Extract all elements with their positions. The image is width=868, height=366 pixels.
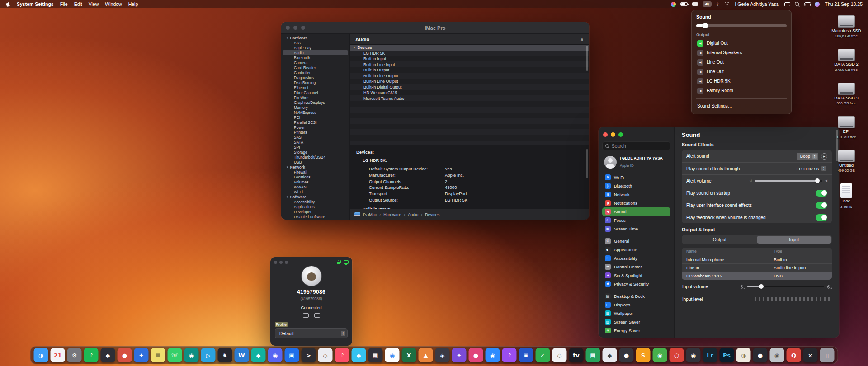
desktop-icon[interactable]: Untitled 499,62 GB — [827, 150, 865, 173]
dock-calendar[interactable]: 21 — [51, 348, 65, 362]
dock-app-27[interactable]: ● — [469, 348, 483, 362]
dock-discord[interactable]: ◉ — [268, 348, 283, 362]
sysinfo-sidebar-item[interactable]: ATA — [281, 40, 349, 45]
sysinfo-sidebar-item[interactable]: Ethernet — [281, 85, 349, 90]
output-device-item[interactable]: Line Out — [696, 57, 787, 67]
desktop-icon[interactable]: DATA SSD 3 330 GB free — [827, 83, 865, 105]
sysinfo-sidebar-item[interactable]: Bluetooth — [281, 55, 349, 60]
dock-app-32[interactable]: ◇ — [552, 348, 567, 362]
search-icon[interactable] — [795, 2, 800, 7]
settings-sidebar-item[interactable]: ≋ Wi-Fi — [602, 173, 670, 182]
menubar-menu-item[interactable]: Window — [105, 1, 122, 7]
sysinfo-sidebar-item[interactable]: Developer — [281, 209, 349, 214]
table-scrollbar[interactable] — [586, 46, 588, 71]
settings-sidebar-item[interactable]: ⊕ Network — [602, 190, 670, 199]
detail-scrollbar[interactable] — [586, 149, 588, 178]
sysinfo-sidebar-item[interactable]: WWAN — [281, 184, 349, 189]
dock-word[interactable]: W — [235, 348, 249, 362]
dock-app-16[interactable]: ▣ — [285, 348, 299, 362]
dock-app-34[interactable]: ▤ — [586, 348, 600, 362]
close-button[interactable] — [274, 261, 277, 264]
settings-sidebar-item[interactable]: ◗ Notifications — [602, 199, 670, 207]
settings-sidebar-item[interactable]: ▧ Screen Saver — [602, 318, 670, 326]
device-table-row[interactable]: Line In Audio line-in port — [682, 263, 832, 272]
dock-spotify[interactable]: ♪ — [84, 348, 99, 362]
sysinfo-sidebar-item[interactable]: Diagnostics — [281, 75, 349, 80]
sysinfo-sidebar-item[interactable]: Disc Burning — [281, 80, 349, 85]
sysinfo-sidebar-item[interactable]: Hardware — [281, 35, 349, 40]
sysinfo-sidebar-item[interactable]: FireWire — [281, 95, 349, 100]
close-button[interactable] — [603, 132, 608, 137]
sysinfo-sidebar-item[interactable]: Accessibility — [281, 199, 349, 204]
output-device-item[interactable]: Family Room — [696, 86, 787, 95]
keyboard-icon[interactable] — [692, 2, 698, 6]
sysinfo-sidebar-item[interactable]: Thunderbolt/USB4 — [281, 155, 349, 160]
sysinfo-sidebar-item[interactable]: Parallel SCSI — [281, 120, 349, 125]
sound-settings-menu-item[interactable]: Sound Settings… — [696, 101, 787, 110]
menubar-clock[interactable]: Thu 21 Sep 18.25 — [825, 1, 863, 7]
menubar-menu-item[interactable]: View — [89, 1, 99, 7]
sysinfo-sidebar-item[interactable]: NVMExpress — [281, 110, 349, 115]
zoom-button[interactable] — [285, 261, 288, 264]
dock-settings[interactable]: ⚙ — [67, 348, 82, 362]
dock-tv[interactable]: tv — [569, 348, 584, 362]
control-center-icon[interactable] — [804, 2, 810, 6]
screen-mirroring-icon[interactable] — [784, 2, 790, 6]
dock-chrome[interactable]: ◉ — [385, 348, 400, 362]
minimize-button[interactable] — [279, 261, 283, 264]
sysinfo-sidebar-item[interactable]: Locations — [281, 174, 349, 179]
desktop-icon[interactable]: DATA SSD 2 272,9 GB free — [827, 49, 865, 71]
profile-item[interactable]: I GEDE ADHITIYA YASA Apple ID — [602, 155, 670, 173]
alert-volume-slider[interactable] — [755, 178, 822, 183]
device-table-row[interactable]: HD Webcam C615 USB — [682, 272, 832, 280]
sysinfo-sidebar-item[interactable]: SATA — [281, 140, 349, 145]
breadcrumb-item[interactable]: Hardware — [379, 212, 401, 217]
slider-knob[interactable] — [703, 23, 708, 28]
dock-lightroom[interactable]: Lr — [703, 348, 717, 362]
dock-app-06[interactable]: ● — [118, 348, 132, 362]
dock-app-24[interactable]: ▲ — [419, 348, 433, 362]
dock-app-12[interactable]: ♞ — [218, 348, 232, 362]
menubar-menu-item[interactable]: Edit — [74, 1, 82, 7]
dock-whatsapp[interactable]: ☏ — [168, 348, 182, 362]
device-row[interactable]: Microsoft Teams Audio — [350, 96, 589, 102]
device-row[interactable]: Built-in Line Output — [350, 79, 589, 84]
settings-sidebar-item[interactable]: ✦ Siri & Spotlight — [602, 271, 670, 280]
desktop-icon[interactable]: Doc 3 items — [827, 183, 865, 208]
breadcrumb-item[interactable]: Devices — [421, 212, 439, 217]
dock-app-14[interactable]: ◆ — [251, 348, 266, 362]
device-row[interactable]: Built-in Output — [350, 67, 589, 73]
dock-app-44[interactable]: ● — [753, 348, 768, 362]
sysinfo-sidebar-item[interactable]: Volumes — [281, 179, 349, 184]
volume-icon[interactable] — [703, 1, 712, 7]
settings-sidebar-item[interactable]: ☉ Accessibility — [602, 254, 670, 263]
dock-app-21[interactable]: ▦ — [368, 348, 383, 362]
device-row[interactable]: Built-in Line Output — [350, 73, 589, 79]
dock-app-35[interactable]: ◆ — [603, 348, 617, 362]
settings-sidebar-item[interactable]: ☾ Focus — [602, 216, 670, 225]
settings-sidebar-item[interactable]: ▦ Wallpaper — [602, 309, 670, 318]
search-input[interactable]: Search — [602, 141, 670, 150]
settings-sidebar-item[interactable]: ≔ Control Center — [602, 263, 670, 271]
alert-sound-dropdown[interactable]: Boop — [797, 153, 818, 160]
sysinfo-sidebar-item[interactable]: Memory — [281, 105, 349, 110]
sysinfo-sidebar-item[interactable]: Audio — [283, 50, 348, 55]
dock-telegram[interactable]: ▷ — [201, 348, 216, 362]
sysinfo-sidebar-item[interactable]: Software — [281, 194, 349, 199]
menubar-menu-item[interactable]: Help — [128, 1, 138, 7]
sysinfo-sidebar-item[interactable]: Disabled Software — [281, 214, 349, 219]
sysinfo-sidebar-item[interactable]: Controller — [281, 70, 349, 75]
settings-sidebar-item[interactable]: ⚙ General — [602, 237, 670, 245]
dock-finder[interactable]: ◑ — [34, 348, 48, 362]
sysinfo-sidebar-item[interactable]: Applications — [281, 204, 349, 209]
apple-menu-icon[interactable] — [5, 1, 10, 7]
sysinfo-sidebar-item[interactable]: Power — [281, 125, 349, 130]
output-device-item[interactable]: Line Out — [696, 67, 787, 76]
zoom-button[interactable] — [618, 132, 623, 137]
settings-sidebar-item[interactable]: ◀ Sound — [602, 207, 670, 216]
breadcrumb-item[interactable]: I's iMac — [363, 212, 377, 217]
startup-sound-toggle[interactable] — [816, 190, 827, 197]
devices-group-row[interactable]: Devices — [350, 45, 589, 51]
dock-app-47[interactable]: × — [803, 348, 818, 362]
device-row[interactable]: HD Webcam C615 — [350, 90, 589, 96]
